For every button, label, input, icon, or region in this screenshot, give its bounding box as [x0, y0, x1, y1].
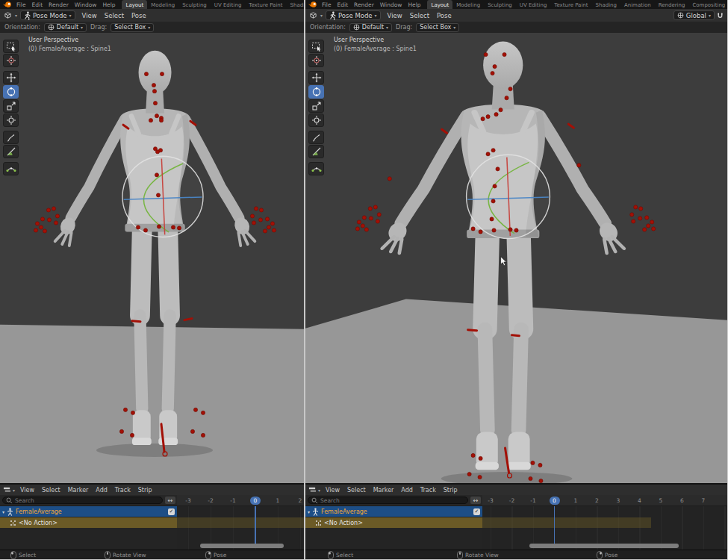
- bone-dot[interactable]: [123, 408, 127, 411]
- expand-arrow-icon[interactable]: ▾: [308, 509, 310, 514]
- transform-orientation-dropdown[interactable]: Global▾: [673, 10, 715, 20]
- tool-move-button[interactable]: [3, 71, 19, 84]
- bone-dot[interactable]: [35, 222, 39, 225]
- bone-dot[interactable]: [131, 411, 134, 414]
- tool-breakdowner-button[interactable]: [3, 162, 19, 175]
- expand-arrow-icon[interactable]: ▾: [2, 509, 4, 514]
- bone-dot[interactable]: [479, 456, 482, 460]
- bone-dot[interactable]: [630, 213, 634, 217]
- nla-menu-track[interactable]: Track: [417, 487, 440, 494]
- menu-view[interactable]: View: [78, 12, 101, 19]
- menu-edit[interactable]: Edit: [335, 1, 352, 8]
- bone-dot[interactable]: [373, 205, 377, 209]
- bone-dot[interactable]: [514, 228, 518, 232]
- bone-dot[interactable]: [529, 476, 532, 480]
- bone-dot[interactable]: [652, 227, 656, 231]
- bone-dot[interactable]: [47, 218, 51, 222]
- tool-breakdowner-button[interactable]: [308, 162, 324, 175]
- tool-annotate-button[interactable]: [3, 131, 19, 144]
- menu-select[interactable]: Select: [406, 12, 433, 19]
- bone-dot[interactable]: [503, 52, 506, 56]
- tool-scale-button[interactable]: [3, 99, 19, 113]
- bone-dot[interactable]: [267, 225, 270, 229]
- bone-dot[interactable]: [270, 222, 274, 225]
- bone-dot[interactable]: [252, 221, 255, 225]
- bone-dot[interactable]: [377, 213, 381, 217]
- nla-action-row[interactable]: <No Action>: [305, 517, 482, 528]
- tool-move-button[interactable]: [308, 71, 324, 84]
- bone-link[interactable]: [568, 124, 573, 128]
- bone-dot[interactable]: [46, 208, 50, 212]
- drag-dropdown[interactable]: Select Box ▾: [416, 23, 459, 32]
- mode-selector[interactable]: Pose Mode ▾: [20, 10, 75, 20]
- orientation-dropdown[interactable]: Default ▾: [44, 23, 87, 32]
- tool-measure-button[interactable]: [308, 145, 324, 158]
- bone-dot[interactable]: [34, 228, 37, 232]
- bone-link[interactable]: [184, 319, 192, 320]
- bone-dot[interactable]: [647, 224, 650, 228]
- bone-dot[interactable]: [201, 433, 205, 437]
- menu-pose[interactable]: Pose: [433, 12, 455, 19]
- scrollbar-thumb[interactable]: [200, 544, 284, 548]
- menu-file[interactable]: File: [13, 1, 29, 8]
- bone-dot[interactable]: [361, 224, 364, 228]
- tab-sculpting[interactable]: Sculpting: [484, 0, 516, 9]
- bone-dot[interactable]: [159, 119, 163, 122]
- bone-dot[interactable]: [157, 225, 161, 228]
- bone-dot[interactable]: [357, 220, 361, 224]
- tool-annotate-button[interactable]: [308, 131, 324, 144]
- bone-dot[interactable]: [152, 84, 155, 87]
- tab-shading[interactable]: Shading: [287, 0, 304, 9]
- bone-dot[interactable]: [254, 207, 258, 211]
- nla-action-row[interactable]: <No Action>: [0, 517, 177, 528]
- playhead-frame-indicator[interactable]: 0: [250, 497, 261, 505]
- bone-dot[interactable]: [471, 453, 475, 457]
- bone-dot[interactable]: [531, 461, 535, 464]
- bone-dot[interactable]: [388, 177, 391, 181]
- bone-dot[interactable]: [494, 113, 498, 116]
- timeline-scrollbar[interactable]: [177, 544, 302, 548]
- nla-channel-row[interactable]: ▾ FemaleAverage ✓: [0, 506, 177, 517]
- bone-dot[interactable]: [155, 150, 159, 154]
- menu-render[interactable]: Render: [46, 1, 72, 8]
- nla-menu-marker[interactable]: Marker: [64, 487, 93, 494]
- nla-menu-add[interactable]: Add: [397, 487, 417, 494]
- bone-dot[interactable]: [479, 230, 482, 234]
- bone-link[interactable]: [468, 330, 477, 331]
- tab-texture-paint[interactable]: Texture Paint: [550, 0, 591, 9]
- viewport-3d[interactable]: User Perspective (0) FemaleAverage : Spi…: [305, 33, 727, 483]
- tool-select-box-button[interactable]: [308, 40, 324, 53]
- editor-type-nla-icon[interactable]: [3, 486, 11, 494]
- tool-rotate-button[interactable]: [308, 85, 324, 99]
- bone-dot[interactable]: [639, 207, 643, 211]
- tab-rendering[interactable]: Rendering: [655, 0, 689, 9]
- nla-strip-range[interactable]: [482, 517, 651, 528]
- bone-dot[interactable]: [263, 229, 267, 233]
- bone-dot[interactable]: [508, 228, 512, 231]
- menu-select[interactable]: Select: [101, 12, 128, 19]
- bone-dot[interactable]: [508, 87, 512, 91]
- bone-dot[interactable]: [491, 199, 495, 203]
- bone-dot[interactable]: [52, 207, 55, 211]
- bone-dot[interactable]: [539, 479, 543, 482]
- menu-window[interactable]: Window: [377, 1, 405, 8]
- bone-dot[interactable]: [160, 72, 164, 75]
- search-input[interactable]: Search: [308, 497, 468, 504]
- bone-dot[interactable]: [538, 463, 542, 467]
- bone-dot[interactable]: [54, 221, 57, 225]
- bone-dot[interactable]: [486, 152, 490, 156]
- search-input[interactable]: Search: [2, 497, 163, 504]
- bone-dot[interactable]: [43, 229, 46, 233]
- snap-magnet-icon[interactable]: [717, 12, 724, 19]
- bone-dot[interactable]: [491, 71, 494, 75]
- bone-link[interactable]: [132, 321, 140, 322]
- bone-dot[interactable]: [376, 220, 379, 223]
- bone-dot[interactable]: [149, 119, 152, 122]
- menu-window[interactable]: Window: [72, 1, 100, 8]
- bone-dot[interactable]: [505, 96, 508, 100]
- menu-pose[interactable]: Pose: [128, 12, 150, 19]
- menu-edit[interactable]: Edit: [29, 1, 46, 8]
- nla-menu-strip[interactable]: Strip: [134, 487, 156, 494]
- bone-dot[interactable]: [643, 228, 647, 231]
- bone-dot[interactable]: [177, 226, 181, 230]
